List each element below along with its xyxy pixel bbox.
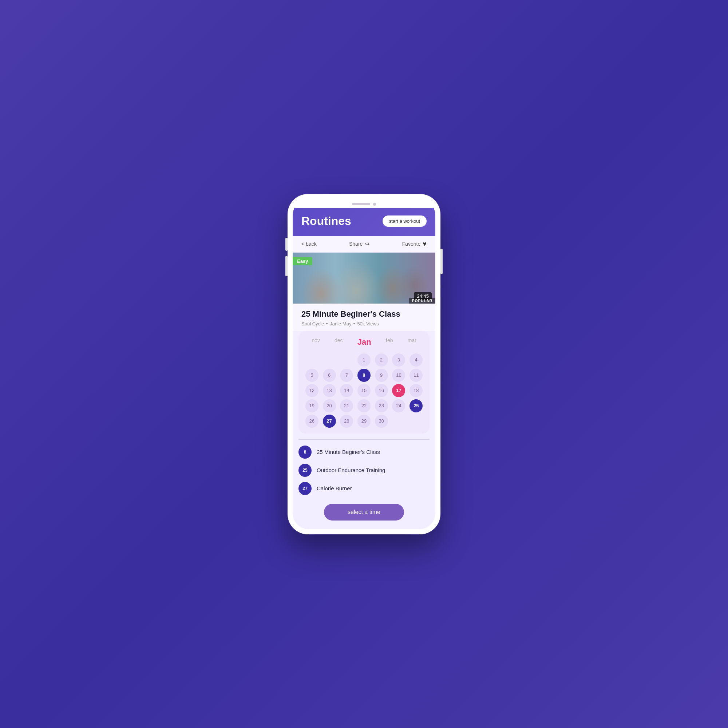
cal-day-9[interactable]: 9 <box>375 369 388 382</box>
back-button[interactable]: < back <box>301 241 317 247</box>
cal-day-6[interactable]: 6 <box>323 369 336 382</box>
calendar-grid: 1234567891011121314151617181920212223242… <box>304 353 424 428</box>
cal-day-16[interactable]: 16 <box>375 384 388 397</box>
select-time-container: select a time <box>293 501 435 529</box>
workout-views: 50k Views <box>357 321 379 327</box>
cal-day-28[interactable]: 28 <box>340 414 353 428</box>
workout-image: Easy 24:45 POPULAR <box>293 252 435 304</box>
cal-day-4[interactable]: 4 <box>410 353 423 367</box>
schedule-day-27: 27 <box>298 482 312 495</box>
cal-day-30[interactable]: 30 <box>375 414 388 428</box>
schedule-label: Outdoor Endurance Training <box>317 467 385 473</box>
heart-icon: ♥ <box>423 240 427 248</box>
month-item-dec[interactable]: dec <box>332 337 345 348</box>
cal-day-20[interactable]: 20 <box>323 399 336 412</box>
cal-day-10[interactable]: 10 <box>392 369 405 382</box>
cal-day-11[interactable]: 11 <box>410 369 423 382</box>
workout-meta: Soul Cycle Janie May 50k Views <box>301 321 427 327</box>
cal-day-2[interactable]: 2 <box>375 353 388 367</box>
schedule-label: Calorie Burner <box>317 485 352 491</box>
month-item-feb[interactable]: feb <box>384 337 395 348</box>
schedule-item[interactable]: 825 Minute Beginer's Class <box>298 445 430 459</box>
divider <box>298 439 430 440</box>
cal-day-22[interactable]: 22 <box>358 399 370 412</box>
notch-pill <box>352 203 370 205</box>
cal-day-7[interactable]: 7 <box>340 369 353 382</box>
volume-down-button <box>285 238 288 251</box>
month-selector: novdecJanfebmar <box>304 337 424 348</box>
schedule-item[interactable]: 25Outdoor Endurance Training <box>298 464 430 477</box>
app-header: Routines start a workout <box>293 208 435 236</box>
schedule-day-8: 8 <box>298 445 312 459</box>
schedule-item[interactable]: 27Calorie Burner <box>298 482 430 495</box>
cal-day-15[interactable]: 15 <box>358 384 370 397</box>
start-workout-button[interactable]: start a workout <box>382 216 427 227</box>
cal-day-23[interactable]: 23 <box>375 399 388 412</box>
favorite-button[interactable]: Favorite ♥ <box>402 240 427 248</box>
phone-notch <box>293 199 435 208</box>
cal-day-1[interactable]: 1 <box>358 353 370 367</box>
month-item-Jan[interactable]: Jan <box>355 337 373 348</box>
meta-dot-2 <box>353 323 355 324</box>
cal-day-18[interactable]: 18 <box>410 384 423 397</box>
cal-day-24[interactable]: 24 <box>392 399 405 412</box>
cal-day-27[interactable]: 27 <box>323 414 336 428</box>
month-item-nov[interactable]: nov <box>309 337 322 348</box>
schedule-list: 825 Minute Beginer's Class25Outdoor Endu… <box>293 445 435 501</box>
volume-up-button <box>285 256 288 276</box>
favorite-label: Favorite <box>402 241 421 247</box>
cal-day-5[interactable]: 5 <box>305 369 318 382</box>
cal-empty <box>340 353 353 367</box>
cal-day-26[interactable]: 26 <box>305 414 318 428</box>
schedule-day-25: 25 <box>298 464 312 477</box>
cal-day-17[interactable]: 17 <box>392 384 405 397</box>
cal-day-21[interactable]: 21 <box>340 399 353 412</box>
cal-day-29[interactable]: 29 <box>358 414 370 428</box>
cal-day-14[interactable]: 14 <box>340 384 353 397</box>
workout-source: Soul Cycle <box>301 321 324 327</box>
meta-dot-1 <box>326 323 327 324</box>
cal-day-3[interactable]: 3 <box>392 353 405 367</box>
calendar: novdecJanfebmar 123456789101112131415161… <box>298 331 430 434</box>
power-button <box>440 249 443 274</box>
cal-day-8[interactable]: 8 <box>358 369 370 382</box>
share-icon: ↪ <box>365 241 369 248</box>
workout-title: 25 Minute Beginer's Class <box>301 309 427 319</box>
cal-day-25[interactable]: 25 <box>410 399 423 412</box>
phone-screen: Routines start a workout < back Share ↪ … <box>293 199 435 529</box>
share-label: Share <box>349 241 362 247</box>
workout-info: 25 Minute Beginer's Class Soul Cycle Jan… <box>293 304 435 331</box>
cal-empty <box>305 353 318 367</box>
select-time-button[interactable]: select a time <box>324 504 404 520</box>
month-item-mar[interactable]: mar <box>405 337 419 348</box>
cal-day-19[interactable]: 19 <box>305 399 318 412</box>
share-button[interactable]: Share ↪ <box>349 241 369 248</box>
cal-empty <box>323 353 336 367</box>
difficulty-badge: Easy <box>293 257 312 265</box>
cal-day-12[interactable]: 12 <box>305 384 318 397</box>
schedule-label: 25 Minute Beginer's Class <box>317 449 380 455</box>
page-title: Routines <box>301 214 351 228</box>
notch-camera <box>373 203 376 206</box>
nav-bar: < back Share ↪ Favorite ♥ <box>293 236 435 252</box>
cal-day-13[interactable]: 13 <box>323 384 336 397</box>
workout-instructor: Janie May <box>330 321 351 327</box>
popular-badge: POPULAR <box>409 298 435 304</box>
phone-frame: Routines start a workout < back Share ↪ … <box>288 194 440 534</box>
